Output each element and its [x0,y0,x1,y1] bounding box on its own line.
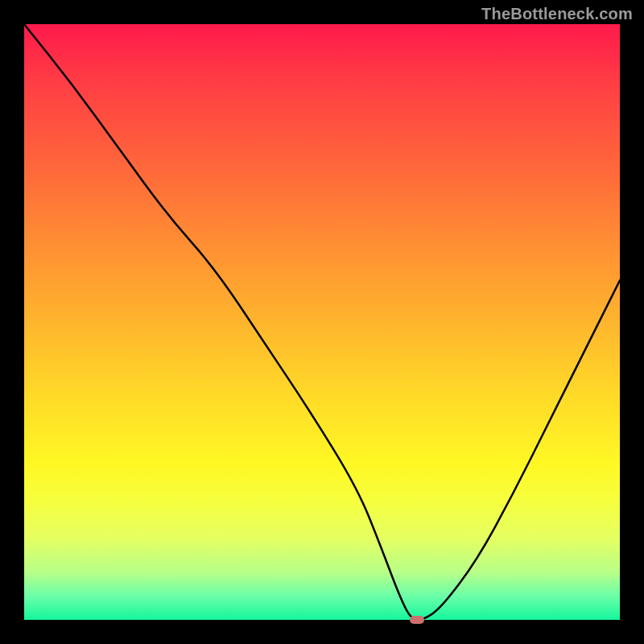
watermark-text: TheBottleneck.com [481,5,633,23]
curve-path [24,24,620,620]
minimum-marker [410,616,424,624]
bottleneck-curve [24,24,620,620]
plot-area [24,24,620,620]
chart-frame: TheBottleneck.com [0,0,644,644]
